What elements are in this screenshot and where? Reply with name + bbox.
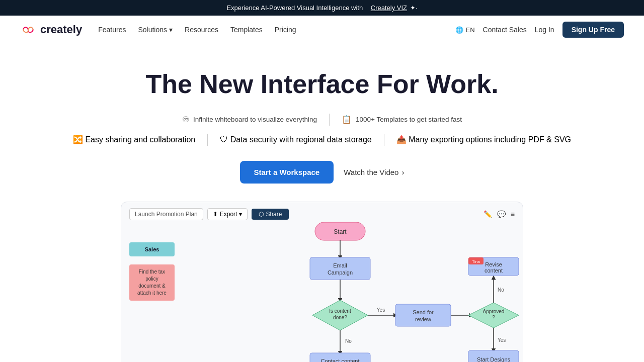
template-icon: 📋 [342, 115, 352, 124]
svg-text:No: No [498, 287, 504, 293]
flowchart-svg: Start Email Campaign Is content done? Ye… [222, 217, 523, 362]
feature-security: 🛡 Data security with regional data stora… [220, 135, 372, 144]
nav-pricing[interactable]: Pricing [275, 26, 296, 34]
svg-text:Campaign: Campaign [328, 269, 353, 276]
features-row-2: 🔀 Easy sharing and collaboration 🛡 Data … [10, 134, 634, 146]
cta-row: Start a Workspace Watch the Video › [10, 161, 634, 184]
feature-sharing: 🔀 Easy sharing and collaboration [73, 135, 195, 144]
globe-icon: 🌐 [455, 26, 463, 34]
feature-whiteboard: ♾ Infinite whiteboard to visualize every… [182, 115, 317, 124]
export-icon: 📤 [396, 135, 407, 144]
features-row-1: ♾ Infinite whiteboard to visualize every… [10, 114, 634, 126]
task-card: Find the tax policy document & attach it… [129, 264, 175, 301]
chevron-down-icon: ▾ [169, 26, 173, 34]
feature-templates: 📋 1000+ Templates to get started fast [342, 115, 462, 124]
svg-text:No: No [345, 338, 352, 344]
diagram-title: Launch Promotion Plan [129, 208, 203, 220]
share-icon: 🔀 [73, 135, 83, 144]
svg-text:Start: Start [334, 228, 347, 235]
sparkle-icon: ✦· [410, 4, 418, 12]
infinity-icon: ♾ [182, 115, 189, 124]
nav-links: Features Solutions ▾ Resources Templates… [98, 26, 439, 34]
hero-section: The New Interface For Work. ♾ Infinite w… [0, 44, 644, 362]
divider3 [384, 134, 384, 146]
logo[interactable]: creately [20, 23, 82, 36]
share-icon-sm: ⬡ [259, 211, 264, 218]
banner-text: Experience AI-Powered Visual Intelligenc… [226, 4, 363, 12]
svg-text:Revise: Revise [485, 261, 502, 267]
svg-rect-3 [310, 257, 370, 280]
start-workspace-button[interactable]: Start a Workspace [240, 161, 334, 184]
logo-text: creately [40, 23, 82, 36]
svg-text:Is content: Is content [329, 308, 351, 314]
contact-sales-link[interactable]: Contact Sales [483, 26, 527, 34]
svg-text:?: ? [492, 315, 495, 320]
banner-link[interactable]: Creately VIZ [371, 4, 407, 12]
shield-icon: 🛡 [220, 135, 228, 144]
svg-text:review: review [415, 316, 431, 322]
diagram-preview: Launch Promotion Plan ⬆ Export ▾ ⬡ Share… [121, 202, 523, 362]
top-banner: Experience AI-Powered Visual Intelligenc… [0, 0, 644, 16]
hero-headline: The New Interface For Work. [10, 69, 634, 100]
signup-button[interactable]: Sign Up Free [562, 22, 624, 38]
nav-templates[interactable]: Templates [230, 26, 263, 34]
svg-text:Approved: Approved [483, 309, 505, 314]
dropdown-arrow: ▾ [239, 211, 242, 218]
main-nav: creately Features Solutions ▾ Resources … [0, 16, 644, 44]
divider2 [207, 134, 208, 146]
sales-label: Sales [129, 242, 175, 256]
nav-resources[interactable]: Resources [185, 26, 218, 34]
logo-icon [20, 25, 36, 35]
divider [329, 114, 330, 126]
feature-export: 📤 Many exporting options including PDF &… [396, 135, 571, 144]
svg-text:Tina: Tina [472, 259, 480, 264]
svg-text:done?: done? [333, 315, 347, 320]
svg-text:Contact content: Contact content [320, 358, 359, 362]
chevron-right-icon: › [401, 168, 404, 176]
nav-solutions[interactable]: Solutions ▾ [138, 26, 173, 34]
nav-right: 🌐 EN Contact Sales Log In Sign Up Free [455, 22, 624, 38]
language-selector[interactable]: 🌐 EN [455, 26, 474, 34]
nav-features[interactable]: Features [98, 26, 126, 34]
svg-rect-14 [395, 304, 451, 326]
svg-text:Send for: Send for [413, 309, 434, 315]
watch-video-link[interactable]: Watch the Video › [344, 168, 404, 176]
left-panel: Sales Find the tax policy document & att… [129, 242, 175, 301]
svg-text:Yes: Yes [498, 337, 506, 343]
login-link[interactable]: Log In [535, 26, 554, 34]
lang-label: EN [465, 26, 474, 34]
svg-text:content: content [485, 267, 503, 274]
export-icon-sm: ⬆ [213, 211, 218, 218]
svg-text:Yes: Yes [377, 307, 385, 313]
svg-text:Start Designs: Start Designs [477, 356, 511, 362]
svg-text:Email: Email [333, 262, 347, 268]
